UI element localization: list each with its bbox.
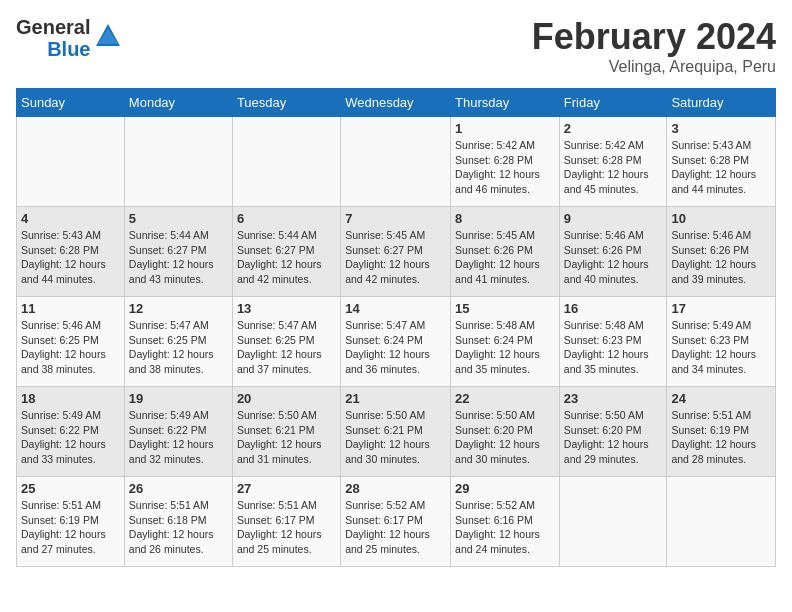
calendar-cell xyxy=(667,477,776,567)
logo: General Blue xyxy=(16,16,122,60)
day-info: Sunrise: 5:46 AM Sunset: 6:26 PM Dayligh… xyxy=(671,228,771,287)
title-section: February 2024 Velinga, Arequipa, Peru xyxy=(532,16,776,76)
header-day-tuesday: Tuesday xyxy=(232,89,340,117)
calendar-cell: 1Sunrise: 5:42 AM Sunset: 6:28 PM Daylig… xyxy=(451,117,560,207)
calendar-cell: 28Sunrise: 5:52 AM Sunset: 6:17 PM Dayli… xyxy=(341,477,451,567)
calendar-cell: 3Sunrise: 5:43 AM Sunset: 6:28 PM Daylig… xyxy=(667,117,776,207)
day-number: 26 xyxy=(129,481,228,496)
day-info: Sunrise: 5:51 AM Sunset: 6:19 PM Dayligh… xyxy=(671,408,771,467)
logo-general: General xyxy=(16,16,90,38)
calendar-cell: 4Sunrise: 5:43 AM Sunset: 6:28 PM Daylig… xyxy=(17,207,125,297)
day-number: 7 xyxy=(345,211,446,226)
day-info: Sunrise: 5:52 AM Sunset: 6:16 PM Dayligh… xyxy=(455,498,555,557)
day-number: 4 xyxy=(21,211,120,226)
day-info: Sunrise: 5:49 AM Sunset: 6:23 PM Dayligh… xyxy=(671,318,771,377)
day-info: Sunrise: 5:43 AM Sunset: 6:28 PM Dayligh… xyxy=(671,138,771,197)
day-number: 2 xyxy=(564,121,663,136)
calendar-cell: 10Sunrise: 5:46 AM Sunset: 6:26 PM Dayli… xyxy=(667,207,776,297)
day-info: Sunrise: 5:51 AM Sunset: 6:18 PM Dayligh… xyxy=(129,498,228,557)
day-number: 19 xyxy=(129,391,228,406)
calendar-cell: 29Sunrise: 5:52 AM Sunset: 6:16 PM Dayli… xyxy=(451,477,560,567)
day-info: Sunrise: 5:48 AM Sunset: 6:24 PM Dayligh… xyxy=(455,318,555,377)
day-info: Sunrise: 5:47 AM Sunset: 6:24 PM Dayligh… xyxy=(345,318,446,377)
day-number: 6 xyxy=(237,211,336,226)
day-number: 23 xyxy=(564,391,663,406)
day-number: 25 xyxy=(21,481,120,496)
calendar-cell: 19Sunrise: 5:49 AM Sunset: 6:22 PM Dayli… xyxy=(124,387,232,477)
calendar-cell: 27Sunrise: 5:51 AM Sunset: 6:17 PM Dayli… xyxy=(232,477,340,567)
day-info: Sunrise: 5:44 AM Sunset: 6:27 PM Dayligh… xyxy=(237,228,336,287)
calendar-cell: 6Sunrise: 5:44 AM Sunset: 6:27 PM Daylig… xyxy=(232,207,340,297)
day-number: 28 xyxy=(345,481,446,496)
day-number: 21 xyxy=(345,391,446,406)
day-number: 14 xyxy=(345,301,446,316)
header-day-friday: Friday xyxy=(559,89,667,117)
day-info: Sunrise: 5:50 AM Sunset: 6:21 PM Dayligh… xyxy=(345,408,446,467)
day-number: 18 xyxy=(21,391,120,406)
day-info: Sunrise: 5:45 AM Sunset: 6:26 PM Dayligh… xyxy=(455,228,555,287)
calendar-header-row: SundayMondayTuesdayWednesdayThursdayFrid… xyxy=(17,89,776,117)
calendar-week-row: 25Sunrise: 5:51 AM Sunset: 6:19 PM Dayli… xyxy=(17,477,776,567)
day-info: Sunrise: 5:51 AM Sunset: 6:17 PM Dayligh… xyxy=(237,498,336,557)
calendar-table: SundayMondayTuesdayWednesdayThursdayFrid… xyxy=(16,88,776,567)
calendar-cell: 2Sunrise: 5:42 AM Sunset: 6:28 PM Daylig… xyxy=(559,117,667,207)
logo-icon xyxy=(94,22,122,54)
day-number: 17 xyxy=(671,301,771,316)
day-number: 20 xyxy=(237,391,336,406)
header-day-thursday: Thursday xyxy=(451,89,560,117)
calendar-cell: 20Sunrise: 5:50 AM Sunset: 6:21 PM Dayli… xyxy=(232,387,340,477)
calendar-cell xyxy=(341,117,451,207)
day-info: Sunrise: 5:52 AM Sunset: 6:17 PM Dayligh… xyxy=(345,498,446,557)
calendar-cell: 8Sunrise: 5:45 AM Sunset: 6:26 PM Daylig… xyxy=(451,207,560,297)
day-info: Sunrise: 5:46 AM Sunset: 6:26 PM Dayligh… xyxy=(564,228,663,287)
calendar-cell: 22Sunrise: 5:50 AM Sunset: 6:20 PM Dayli… xyxy=(451,387,560,477)
day-number: 10 xyxy=(671,211,771,226)
month-year-title: February 2024 xyxy=(532,16,776,58)
calendar-week-row: 18Sunrise: 5:49 AM Sunset: 6:22 PM Dayli… xyxy=(17,387,776,477)
day-number: 5 xyxy=(129,211,228,226)
calendar-week-row: 11Sunrise: 5:46 AM Sunset: 6:25 PM Dayli… xyxy=(17,297,776,387)
calendar-cell: 5Sunrise: 5:44 AM Sunset: 6:27 PM Daylig… xyxy=(124,207,232,297)
day-info: Sunrise: 5:51 AM Sunset: 6:19 PM Dayligh… xyxy=(21,498,120,557)
calendar-cell: 14Sunrise: 5:47 AM Sunset: 6:24 PM Dayli… xyxy=(341,297,451,387)
svg-marker-1 xyxy=(98,28,118,44)
calendar-cell xyxy=(559,477,667,567)
day-number: 3 xyxy=(671,121,771,136)
calendar-cell: 25Sunrise: 5:51 AM Sunset: 6:19 PM Dayli… xyxy=(17,477,125,567)
day-info: Sunrise: 5:45 AM Sunset: 6:27 PM Dayligh… xyxy=(345,228,446,287)
day-number: 12 xyxy=(129,301,228,316)
day-info: Sunrise: 5:42 AM Sunset: 6:28 PM Dayligh… xyxy=(564,138,663,197)
day-info: Sunrise: 5:50 AM Sunset: 6:20 PM Dayligh… xyxy=(455,408,555,467)
day-info: Sunrise: 5:46 AM Sunset: 6:25 PM Dayligh… xyxy=(21,318,120,377)
day-info: Sunrise: 5:47 AM Sunset: 6:25 PM Dayligh… xyxy=(237,318,336,377)
day-number: 15 xyxy=(455,301,555,316)
calendar-cell: 15Sunrise: 5:48 AM Sunset: 6:24 PM Dayli… xyxy=(451,297,560,387)
day-info: Sunrise: 5:48 AM Sunset: 6:23 PM Dayligh… xyxy=(564,318,663,377)
day-info: Sunrise: 5:50 AM Sunset: 6:20 PM Dayligh… xyxy=(564,408,663,467)
calendar-cell: 24Sunrise: 5:51 AM Sunset: 6:19 PM Dayli… xyxy=(667,387,776,477)
calendar-cell: 11Sunrise: 5:46 AM Sunset: 6:25 PM Dayli… xyxy=(17,297,125,387)
day-number: 1 xyxy=(455,121,555,136)
calendar-cell: 12Sunrise: 5:47 AM Sunset: 6:25 PM Dayli… xyxy=(124,297,232,387)
calendar-cell: 21Sunrise: 5:50 AM Sunset: 6:21 PM Dayli… xyxy=(341,387,451,477)
calendar-cell: 16Sunrise: 5:48 AM Sunset: 6:23 PM Dayli… xyxy=(559,297,667,387)
header-day-saturday: Saturday xyxy=(667,89,776,117)
calendar-cell: 17Sunrise: 5:49 AM Sunset: 6:23 PM Dayli… xyxy=(667,297,776,387)
day-number: 8 xyxy=(455,211,555,226)
calendar-cell: 13Sunrise: 5:47 AM Sunset: 6:25 PM Dayli… xyxy=(232,297,340,387)
day-info: Sunrise: 5:42 AM Sunset: 6:28 PM Dayligh… xyxy=(455,138,555,197)
day-number: 27 xyxy=(237,481,336,496)
day-info: Sunrise: 5:44 AM Sunset: 6:27 PM Dayligh… xyxy=(129,228,228,287)
calendar-cell xyxy=(232,117,340,207)
header-day-monday: Monday xyxy=(124,89,232,117)
day-info: Sunrise: 5:49 AM Sunset: 6:22 PM Dayligh… xyxy=(129,408,228,467)
day-number: 29 xyxy=(455,481,555,496)
day-info: Sunrise: 5:50 AM Sunset: 6:21 PM Dayligh… xyxy=(237,408,336,467)
day-info: Sunrise: 5:43 AM Sunset: 6:28 PM Dayligh… xyxy=(21,228,120,287)
day-number: 22 xyxy=(455,391,555,406)
header-day-wednesday: Wednesday xyxy=(341,89,451,117)
header-day-sunday: Sunday xyxy=(17,89,125,117)
day-number: 13 xyxy=(237,301,336,316)
calendar-cell xyxy=(124,117,232,207)
day-number: 16 xyxy=(564,301,663,316)
